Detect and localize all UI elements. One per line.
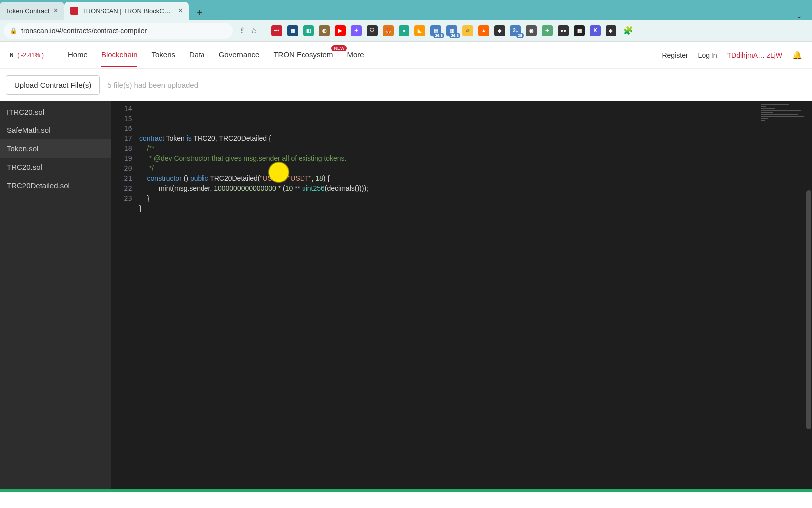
extension-icon[interactable]: ▲ xyxy=(478,25,489,36)
browser-tab[interactable]: Token Contract × xyxy=(0,2,64,20)
extension-icon[interactable]: ••• xyxy=(271,25,282,36)
tab-title: Token Contract xyxy=(6,7,49,15)
brand-line: N xyxy=(10,52,13,58)
line-number: 15 xyxy=(111,114,132,124)
extension-icon[interactable]: ◈ xyxy=(606,25,616,36)
extension-icon[interactable]: 🛡 xyxy=(367,25,378,36)
status-bar xyxy=(0,489,812,492)
code-line[interactable]: } xyxy=(139,203,757,213)
register-link[interactable]: Register xyxy=(662,51,688,59)
extension-icon[interactable]: ▤26.8 xyxy=(430,25,441,36)
share-icon[interactable]: ⇪ xyxy=(239,26,245,35)
extension-icon[interactable]: 🦊 xyxy=(383,25,394,36)
address-bar: 🔒 tronscan.io/#/contracts/contract-compi… xyxy=(0,20,812,42)
star-icon[interactable]: ☆ xyxy=(250,26,257,35)
code-line[interactable]: * @dev Constructor that gives msg.sender… xyxy=(139,153,757,163)
extension-icon[interactable]: ●● xyxy=(558,25,569,36)
url-input[interactable]: 🔒 tronscan.io/#/contracts/contract-compi… xyxy=(4,23,233,39)
extension-icon[interactable]: 2ₒ28 xyxy=(510,25,521,36)
nav-item-tokens[interactable]: Tokens xyxy=(151,43,175,67)
file-item[interactable]: SafeMath.sol xyxy=(0,121,111,139)
tab-title: TRONSCAN | TRON BlockChain E xyxy=(82,7,174,15)
code-line[interactable]: */ xyxy=(139,163,757,173)
nav-item-data[interactable]: Data xyxy=(189,43,205,67)
upload-contract-button[interactable]: Upload Contract File(s) xyxy=(6,75,100,95)
upload-bar: Upload Contract File(s) 5 file(s) had be… xyxy=(0,69,812,101)
code-line[interactable]: constructor () public TRC20Detailed("USD… xyxy=(139,173,757,183)
extension-icon[interactable]: ▦ xyxy=(287,25,298,36)
extension-icon[interactable]: ◉ xyxy=(526,25,537,36)
scrollbar-thumb[interactable] xyxy=(806,190,811,429)
extension-icon[interactable]: ✦ xyxy=(351,25,362,36)
vertical-scrollbar[interactable] xyxy=(805,101,812,489)
line-number: 22 xyxy=(111,183,132,193)
extension-icon[interactable]: ◐ xyxy=(319,25,330,36)
extension-icon[interactable]: ▶ xyxy=(335,25,346,36)
file-item[interactable]: TRC20.sol xyxy=(0,158,111,176)
file-item[interactable]: ITRC20.sol xyxy=(0,103,111,121)
upload-status: 5 file(s) had been uploaded xyxy=(107,81,198,89)
nav-item-more[interactable]: More xyxy=(347,43,364,67)
logo: N xyxy=(10,52,13,58)
puzzle-icon[interactable]: 🧩 xyxy=(623,26,633,35)
line-number: 19 xyxy=(111,153,132,163)
login-link[interactable]: Log In xyxy=(698,51,717,59)
extension-icon[interactable]: ◣ xyxy=(414,25,425,36)
file-item[interactable]: TRC20Detailed.sol xyxy=(0,176,111,195)
nav-item-tron-ecosystem[interactable]: TRON EcosystemNEW xyxy=(273,43,333,67)
close-icon[interactable]: × xyxy=(53,6,58,15)
extension-icon[interactable]: ◧ xyxy=(303,25,314,36)
new-tab-button[interactable]: + xyxy=(193,6,206,20)
line-number: 18 xyxy=(111,143,132,153)
extensions-row: •••▦◧◐▶✦🛡🦊●◣▤26.8▥26.8☺▲◆2ₒ28◉✈●●▦K◈ xyxy=(271,25,616,36)
browser-tab[interactable]: TRONSCAN | TRON BlockChain E × xyxy=(64,2,189,20)
code-line[interactable]: } xyxy=(139,193,757,203)
line-number: 14 xyxy=(111,104,132,114)
editor: ITRC20.solSafeMath.solToken.solTRC20.sol… xyxy=(0,101,812,489)
nav-item-home[interactable]: Home xyxy=(68,43,88,67)
line-number: 20 xyxy=(111,163,132,173)
close-icon[interactable]: × xyxy=(178,6,182,15)
file-item[interactable]: Token.sol xyxy=(0,139,111,158)
nav-item-governance[interactable]: Governance xyxy=(219,43,260,67)
file-list: ITRC20.solSafeMath.solToken.solTRC20.sol… xyxy=(0,101,111,489)
wallet-address[interactable]: TDdihjmA… zLjW xyxy=(727,51,782,59)
main-nav: HomeBlockchainTokensDataGovernanceTRON E… xyxy=(68,43,364,67)
line-number: 23 xyxy=(111,193,132,203)
extension-icon[interactable]: ✈ xyxy=(542,25,553,36)
price-delta: ( -2.41% ) xyxy=(17,52,44,59)
nav-item-blockchain[interactable]: Blockchain xyxy=(102,43,138,67)
bell-icon[interactable]: 🔔 xyxy=(792,50,802,60)
site-header: N ( -2.41% ) HomeBlockchainTokensDataGov… xyxy=(0,42,812,69)
code-line[interactable]: contract Token is TRC20, TRC20Detailed { xyxy=(139,133,757,143)
extension-icon[interactable]: ● xyxy=(399,25,409,36)
line-number: 16 xyxy=(111,124,132,133)
line-number: 21 xyxy=(111,173,132,183)
header-right: Register Log In TDdihjmA… zLjW 🔔 xyxy=(662,50,802,60)
window-controls: ⌄ xyxy=(796,12,812,20)
browser-tab-strip: Token Contract × TRONSCAN | TRON BlockCh… xyxy=(0,0,812,20)
lock-icon: 🔒 xyxy=(10,27,17,34)
chevron-down-icon[interactable]: ⌄ xyxy=(796,12,802,20)
extension-icon[interactable]: ▥26.8 xyxy=(446,25,457,36)
code-line[interactable]: _mint(msg.sender, 1000000000000000 * (10… xyxy=(139,183,757,193)
code-line[interactable]: /** xyxy=(139,143,757,153)
favicon-icon xyxy=(70,7,78,15)
extension-icon[interactable]: K xyxy=(590,25,601,36)
code-content[interactable]: contract Token is TRC20, TRC20Detailed {… xyxy=(139,101,757,489)
extension-icon[interactable]: ◆ xyxy=(494,25,505,36)
line-number: 17 xyxy=(111,133,132,143)
extension-icon[interactable]: ▦ xyxy=(574,25,585,36)
line-gutter: 14151617181920212223 xyxy=(111,101,139,489)
code-area[interactable]: 14151617181920212223 contract Token is T… xyxy=(111,101,812,489)
url-text: tronscan.io/#/contracts/contract-compile… xyxy=(21,27,147,35)
extension-icon[interactable]: ☺ xyxy=(462,25,473,36)
minimap[interactable] xyxy=(757,101,812,489)
